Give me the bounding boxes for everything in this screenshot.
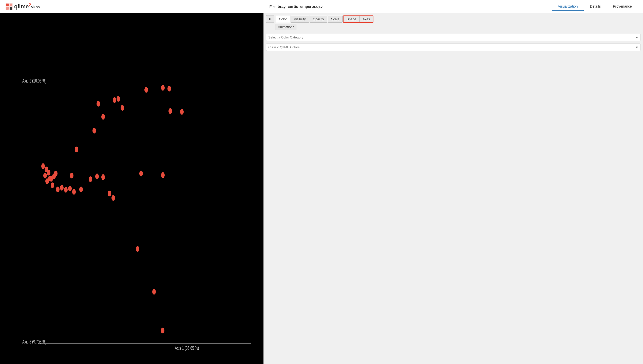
- svg-point-22: [64, 187, 68, 193]
- svg-point-26: [89, 176, 92, 182]
- svg-point-41: [144, 87, 148, 93]
- svg-point-38: [70, 173, 73, 178]
- svg-point-37: [75, 147, 78, 152]
- svg-point-25: [79, 187, 83, 192]
- logo-text: qiime2view: [14, 3, 40, 10]
- svg-point-40: [161, 172, 165, 178]
- svg-point-46: [136, 246, 139, 252]
- color-category-dropdown[interactable]: Select a Color Category: [266, 34, 640, 41]
- tab-scale[interactable]: Scale: [328, 16, 343, 23]
- svg-text:Axis 3 (9.708 %): Axis 3 (9.708 %): [22, 339, 46, 345]
- dropdowns-area: Select a Color Category Classic QIIME Co…: [263, 30, 643, 54]
- svg-point-31: [113, 97, 116, 103]
- tab-color[interactable]: Color: [276, 16, 290, 23]
- svg-point-13: [43, 173, 47, 178]
- svg-point-44: [167, 86, 171, 92]
- svg-rect-2: [10, 4, 12, 6]
- svg-rect-4: [10, 7, 12, 10]
- svg-point-34: [97, 101, 100, 107]
- svg-point-30: [111, 195, 115, 201]
- file-label-text: File:: [269, 4, 276, 9]
- tab-animations[interactable]: Animations: [275, 24, 297, 30]
- nav-tabs: Visualization Details Provenance: [552, 2, 638, 11]
- svg-point-24: [72, 189, 76, 195]
- tab-provenance[interactable]: Provenance: [607, 2, 638, 11]
- svg-point-20: [56, 187, 60, 192]
- svg-point-35: [101, 114, 105, 120]
- svg-text:Axis 1 (35.65 %): Axis 1 (35.65 %): [175, 345, 199, 351]
- color-scheme-dropdown[interactable]: Classic QIIME Colors: [266, 44, 640, 51]
- tab-opacity[interactable]: Opacity: [310, 16, 327, 23]
- svg-point-12: [47, 170, 50, 176]
- tab-axes[interactable]: Axes: [360, 16, 373, 22]
- svg-point-45: [180, 109, 184, 115]
- svg-point-19: [51, 183, 54, 188]
- gear-button[interactable]: ⚙: [266, 15, 274, 23]
- svg-point-28: [101, 174, 105, 180]
- gear-icon: ⚙: [269, 17, 272, 21]
- svg-point-29: [108, 191, 111, 196]
- svg-point-23: [68, 186, 72, 192]
- svg-point-21: [60, 185, 64, 191]
- svg-rect-3: [6, 7, 9, 10]
- filename-text: bray_curtis_emperor.qzv: [278, 4, 323, 9]
- app-header: qiime2view File: bray_curtis_emperor.qzv…: [0, 0, 643, 13]
- right-panel: ⚙ Color Visibility Opacity Scale Shape A…: [263, 13, 643, 364]
- svg-rect-1: [6, 4, 9, 6]
- svg-text:Axis 2 (16.93 %): Axis 2 (16.93 %): [22, 78, 46, 84]
- svg-point-39: [139, 171, 143, 176]
- file-label: File: bray_curtis_emperor.qzv: [40, 4, 552, 9]
- tab-details[interactable]: Details: [584, 2, 607, 11]
- control-tabs-row: ⚙ Color Visibility Opacity Scale Shape A…: [263, 13, 643, 23]
- svg-point-18: [54, 171, 58, 176]
- visualization-canvas[interactable]: Axis 2 (16.93 %) Axis 3 (9.708 %) Axis 1…: [0, 13, 263, 364]
- tab-shape[interactable]: Shape: [344, 16, 360, 22]
- svg-point-15: [45, 178, 49, 184]
- svg-point-48: [161, 328, 164, 334]
- main-content: Axis 2 (16.93 %) Axis 3 (9.708 %) Axis 1…: [0, 13, 643, 364]
- shape-axes-group: Shape Axes: [343, 15, 373, 23]
- app-logo: qiime2view: [5, 3, 40, 11]
- scatter-plot: Axis 2 (16.93 %) Axis 3 (9.708 %) Axis 1…: [0, 13, 263, 364]
- svg-point-33: [121, 105, 124, 111]
- svg-point-43: [161, 85, 165, 91]
- svg-point-47: [152, 289, 156, 295]
- svg-point-36: [92, 128, 96, 134]
- svg-point-32: [117, 96, 120, 102]
- animations-row: Animations: [263, 23, 643, 30]
- svg-point-10: [41, 163, 45, 169]
- tab-visibility[interactable]: Visibility: [291, 16, 309, 23]
- logo-icon: [5, 3, 13, 11]
- svg-point-27: [95, 173, 99, 179]
- svg-point-42: [168, 108, 172, 114]
- tab-visualization[interactable]: Visualization: [552, 2, 584, 11]
